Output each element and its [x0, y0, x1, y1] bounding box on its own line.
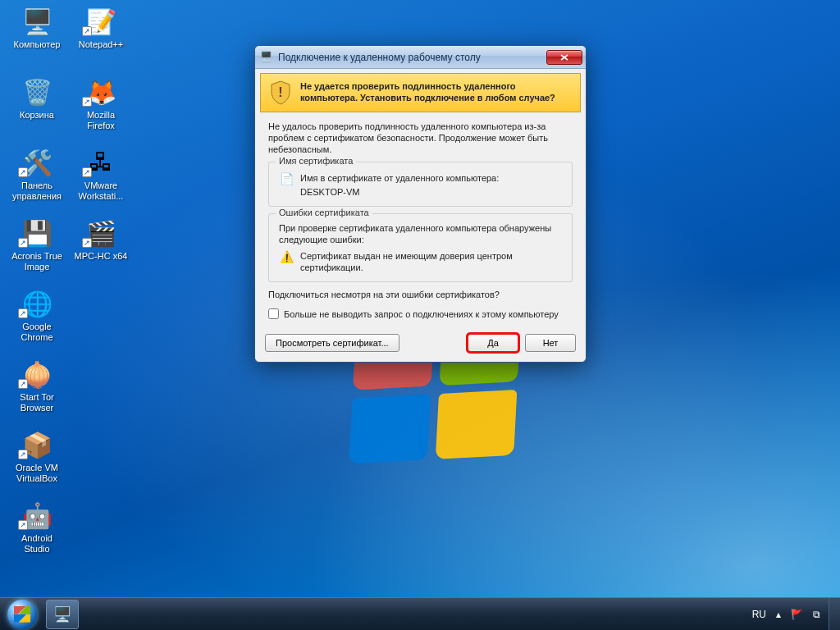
desktop-icon[interactable]: 🗑️Корзина	[7, 75, 67, 141]
desktop-icon[interactable]: 🧅↗Start Tor Browser	[7, 358, 67, 423]
dialog-titlebar[interactable]: 🖥️ Подключение к удаленному рабочему сто…	[255, 46, 586, 69]
close-button[interactable]	[546, 50, 582, 65]
shortcut-arrow-icon: ↗	[18, 450, 28, 459]
start-button[interactable]	[0, 598, 44, 631]
icon-label: Google Chrome	[7, 322, 67, 343]
desktop-icon[interactable]: 🎬↗MPC-HC x64	[71, 217, 131, 282]
app-icon: 🌐↗	[17, 287, 57, 320]
desktop-icon[interactable]: 🛠️↗Панель управления	[7, 146, 67, 212]
desktop-icon[interactable]: 🖥️Компьютер	[7, 5, 67, 71]
taskbar-item-rdp[interactable]: 🖥️	[46, 600, 79, 629]
desktop: 🖥️Компьютер📝↗Notepad++🗑️Корзина🦊↗Mozilla…	[0, 0, 840, 630]
shortcut-arrow-icon: ↗	[18, 379, 28, 389]
certificate-errors-group: Ошибки сертификата При проверке сертифик…	[268, 213, 573, 282]
rdp-icon: 🖥️	[53, 605, 71, 623]
app-icon: 🤖↗	[17, 499, 57, 532]
icon-label: MPC-HC x64	[71, 251, 131, 262]
desktop-icon[interactable]: 🦊↗Mozilla Firefox	[71, 75, 131, 141]
tray-chevron-icon[interactable]: ▴	[776, 609, 781, 620]
certificate-icon: 📄	[279, 172, 294, 185]
app-icon: 📝↗	[81, 5, 121, 38]
app-icon: 🖥️	[17, 5, 57, 38]
language-indicator[interactable]: RU	[752, 609, 766, 620]
group-label: Имя сертификата	[276, 156, 356, 166]
desktop-icon[interactable]: 📦↗Oracle VM VirtualBox	[7, 428, 67, 494]
explanation-text: Не удалось проверить подлинность удаленн…	[268, 121, 573, 155]
icon-label: Oracle VM VirtualBox	[7, 463, 67, 484]
icon-label: VMware Workstati...	[71, 180, 131, 202]
desktop-icon[interactable]: 🌐↗Google Chrome	[7, 287, 67, 353]
tray-flag-icon[interactable]: 🚩	[791, 609, 803, 620]
group-label: Ошибки сертификата	[276, 208, 372, 217]
show-desktop-button[interactable]	[829, 598, 840, 631]
error-item: Сертификат выдан не имеющим доверия цент…	[300, 250, 562, 273]
desktop-icon[interactable]: 📝↗Notepad++	[71, 5, 131, 71]
icon-label: Start Tor Browser	[7, 392, 67, 413]
view-certificate-button[interactable]: Просмотреть сертификат...	[265, 334, 399, 352]
app-icon: 🛠️↗	[17, 146, 57, 179]
rdp-cert-warning-dialog: 🖥️ Подключение к удаленному рабочему сто…	[254, 45, 587, 363]
icon-label: Корзина	[7, 110, 67, 121]
dialog-buttons: Просмотреть сертификат... Да Нет	[255, 331, 586, 362]
shortcut-arrow-icon: ↗	[18, 520, 28, 530]
shortcut-arrow-icon: ↗	[82, 167, 92, 177]
cert-label: Имя в сертификате от удаленного компьюте…	[300, 172, 499, 184]
shield-warning-icon: !	[269, 80, 292, 105]
tray-rdp-icon[interactable]: ⧉	[813, 609, 820, 620]
app-icon: 🦊↗	[81, 75, 121, 108]
dont-ask-row: Больше не выводить запрос о подключениях…	[268, 308, 573, 319]
warning-icon: ⚠️	[279, 250, 294, 263]
rdp-icon: 🖥️	[260, 51, 273, 64]
app-icon: 🧅↗	[17, 358, 57, 390]
app-icon: 🎬↗	[81, 217, 121, 249]
app-icon: 🗑️	[17, 75, 57, 108]
connect-question: Подключиться несмотря на эти ошибки серт…	[268, 289, 573, 300]
icon-label: Mozilla Firefox	[71, 110, 131, 131]
cert-value: DESKTOP-VM	[300, 186, 499, 198]
desktop-icon[interactable]: 🤖↗Android Studio	[7, 499, 67, 564]
dont-ask-checkbox[interactable]	[268, 308, 279, 319]
desktop-icon[interactable]: 💾↗Acronis True Image	[7, 217, 67, 282]
dialog-title: Подключение к удаленному рабочему столу	[278, 52, 546, 63]
icon-label: Acronis True Image	[7, 251, 67, 272]
shortcut-arrow-icon: ↗	[82, 97, 92, 107]
no-button[interactable]: Нет	[525, 334, 576, 352]
shortcut-arrow-icon: ↗	[18, 308, 28, 318]
desktop-icon[interactable]: 🖧↗VMware Workstati...	[71, 146, 131, 212]
yes-button[interactable]: Да	[468, 334, 518, 352]
warning-text: Не удается проверить подлинность удаленн…	[300, 80, 572, 105]
taskbar: 🖥️ RU ▴ 🚩 ⧉	[0, 597, 840, 630]
system-tray: RU ▴ 🚩 ⧉	[744, 609, 829, 620]
app-icon: 💾↗	[17, 217, 57, 249]
dont-ask-label: Больше не выводить запрос о подключениях…	[284, 309, 559, 319]
svg-text:!: !	[278, 85, 282, 99]
icon-label: Notepad++	[71, 39, 131, 50]
certificate-name-group: Имя сертификата 📄 Имя в сертификате от у…	[268, 162, 573, 207]
warning-banner: ! Не удается проверить подлинность удале…	[260, 73, 581, 112]
dialog-body: Не удалось проверить подлинность удаленн…	[255, 112, 586, 331]
shortcut-arrow-icon: ↗	[82, 26, 92, 36]
icon-label: Android Studio	[7, 533, 67, 555]
icon-label: Панель управления	[7, 180, 67, 202]
app-icon: 📦↗	[17, 428, 57, 461]
shortcut-arrow-icon: ↗	[18, 167, 28, 177]
errors-intro: При проверке сертификата удаленного комп…	[279, 222, 562, 245]
app-icon: 🖧↗	[81, 146, 121, 179]
shortcut-arrow-icon: ↗	[18, 238, 28, 248]
icon-label: Компьютер	[7, 39, 67, 50]
shortcut-arrow-icon: ↗	[82, 238, 92, 248]
